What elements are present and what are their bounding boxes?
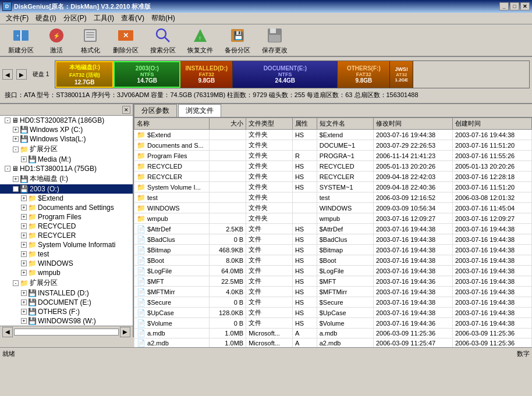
expand-windows[interactable]: +: [21, 261, 27, 266]
tree-item-hd0[interactable]: - 🖥 HD0:ST320082TA (186GB): [0, 116, 133, 125]
tree-item-sysvolinfo[interactable]: + 📁 System Volume Informati: [0, 240, 133, 249]
expand-docs[interactable]: +: [21, 205, 27, 211]
backup-partition-button[interactable]: 💾 备份分区: [221, 25, 254, 56]
table-row[interactable]: 📄 $AttrDef 2.5KB 文件 HS $AttrDef 2003-07-…: [134, 224, 532, 234]
expand-recycled[interactable]: +: [21, 223, 27, 229]
expand-hd1[interactable]: -: [5, 166, 10, 172]
tree-item-recycled[interactable]: + 📁 RECYCLED: [0, 222, 133, 231]
expand-ext1[interactable]: -: [13, 147, 19, 152]
maximize-button[interactable]: □: [510, 2, 519, 10]
tree-item-docs[interactable]: + 📁 Documents and Settings: [0, 203, 133, 212]
tree-item-ext1[interactable]: - 📁 扩展分区: [0, 144, 133, 155]
tree-item-winxp[interactable]: + 💾 Windows XP (C:): [0, 125, 133, 134]
tree-item-windows[interactable]: + 📁 WINDOWS: [0, 259, 133, 268]
table-row[interactable]: 📁 test 文件夹 test 2006-03-09 12:16:52 2006…: [134, 192, 532, 203]
tree-item-hd1[interactable]: - 🖥 HD1:ST380011A (75GB): [0, 164, 133, 173]
table-row[interactable]: 📄 $LogFile 64.0MB 文件 HS $LogFile 2003-07…: [134, 266, 532, 276]
table-row[interactable]: 📄 a.mdb 1.0MB Microsoft... A a.mdb 2006-…: [134, 329, 532, 338]
activate-button[interactable]: ⚡ 激活: [42, 25, 71, 56]
table-row[interactable]: 📁 wmpub 文件夹 wmpub 2003-07-16 12:09:27 20…: [134, 213, 532, 224]
minimize-button[interactable]: _: [499, 2, 509, 10]
tree-item-ext2[interactable]: - 📁 扩展分区: [0, 277, 133, 288]
partition-seg-d[interactable]: INSTALLED(D:) FAT32 9.8GB: [180, 61, 233, 88]
table-row[interactable]: 📄 $Volume 0 B 文件 HS $Volume 2003-07-16 1…: [134, 318, 532, 329]
col-modified[interactable]: 修改时间: [373, 118, 452, 130]
tree-item-test[interactable]: + 📁 test: [0, 249, 133, 259]
expand-progfiles[interactable]: +: [21, 214, 27, 220]
table-row[interactable]: 📁 System Volume I... 文件夹 HS SYSTEM~1 200…: [134, 182, 532, 192]
col-type[interactable]: 文件类型: [246, 118, 293, 130]
partition-seg-jws[interactable]: JWS! AT32 1.2GE: [390, 61, 413, 88]
menu-file[interactable]: 文件(F): [2, 12, 32, 24]
table-row[interactable]: 📄 $Boot 8.0KB 文件 HS $Boot 2003-07-16 19:…: [134, 255, 532, 266]
table-row[interactable]: 📄 $UpCase 128.0KB 文件 HS $UpCase 2003-07-…: [134, 308, 532, 318]
expand-ext2[interactable]: -: [13, 280, 19, 286]
expand-local-i[interactable]: +: [13, 176, 19, 182]
expand-wmpub[interactable]: +: [21, 270, 27, 276]
table-row[interactable]: 📁 Documents and S... 文件夹 DOCUME~1 2003-0…: [134, 140, 532, 151]
expand-document-e[interactable]: +: [21, 299, 27, 305]
expand-o2003[interactable]: -: [13, 186, 19, 192]
tree-item-progfiles[interactable]: + 📁 Program Files: [0, 212, 133, 222]
col-name[interactable]: 名称: [134, 118, 210, 130]
table-row[interactable]: 📄 $Secure 0 B 文件 HS $Secure 2003-07-16 1…: [134, 297, 532, 308]
tab-browse-files[interactable]: 浏览文件: [178, 104, 221, 117]
format-button[interactable]: 格式化: [76, 25, 105, 56]
expand-recycler[interactable]: +: [21, 233, 27, 238]
tree-item-o2003[interactable]: - 💾 2003 (O:): [0, 184, 133, 194]
table-row[interactable]: 📁 $Extend 文件夹 HS $Extend 2003-07-16 19:4…: [134, 130, 532, 140]
table-row[interactable]: 📁 Program Files 文件夹 R PROGRA~1 2006-11-1…: [134, 151, 532, 161]
expand-extend[interactable]: +: [21, 195, 27, 201]
menu-partition[interactable]: 分区(P): [60, 12, 90, 24]
col-size[interactable]: 大小: [210, 118, 246, 130]
partition-seg-e[interactable]: DOCUMENT(E:) NTFS 24.4GB: [233, 61, 338, 88]
tree-item-installed[interactable]: + 💾 INSTALLED (D:): [0, 288, 133, 298]
partition-seg-i[interactable]: 本地磁盘(I:) FAT32 (活动) 12.7GB: [55, 61, 114, 88]
table-row[interactable]: 📁 WINDOWS 文件夹 WINDOWS 2009-03-09 10:56:3…: [134, 203, 532, 213]
expand-hd0[interactable]: -: [5, 117, 10, 123]
col-attr[interactable]: 属性: [292, 118, 317, 130]
menu-disk[interactable]: 硬盘(I): [32, 12, 59, 24]
delete-partition-button[interactable]: ✕ 删除分区: [109, 25, 142, 56]
table-row[interactable]: 📄 $Bitmap 468.9KB 文件 HS $Bitmap 2003-07-…: [134, 245, 532, 255]
tab-partition-params[interactable]: 分区参数: [134, 104, 177, 117]
expand-others-f[interactable]: +: [21, 309, 27, 315]
search-partition-button[interactable]: 搜索分区: [147, 25, 179, 56]
recover-file-button[interactable]: ↑ 恢复文件: [184, 25, 217, 56]
menu-view[interactable]: 查看(V): [118, 12, 148, 24]
left-panel-close[interactable]: ✕: [122, 106, 130, 114]
tree-item-recycler[interactable]: + 📁 RECYCLER: [0, 231, 133, 240]
table-row[interactable]: 📄 a2.mdb 1.0MB Microsoft... A a2.mdb 200…: [134, 338, 532, 348]
col-short-name[interactable]: 短文件名: [317, 118, 373, 130]
partition-seg-f[interactable]: OTHERS(F:) FAT32 9.8GB: [338, 61, 390, 88]
expand-win98[interactable]: +: [21, 318, 27, 324]
expand-installed[interactable]: +: [21, 290, 27, 296]
expand-winvista[interactable]: +: [13, 136, 19, 142]
nav-back-button[interactable]: ◀: [2, 69, 13, 80]
tree-item-win98[interactable]: + 💾 WINDOWS98 (W:): [0, 316, 133, 326]
col-created[interactable]: 创建时间: [452, 118, 531, 130]
tree-item-wmpub[interactable]: + 📁 wmpub: [0, 268, 133, 277]
table-row[interactable]: 📄 $MFT 22.5MB 文件 HS $MFT 2003-07-16 19:4…: [134, 276, 532, 287]
expand-test[interactable]: +: [21, 251, 27, 257]
table-row[interactable]: 📄 $MFTMirr 4.0KB 文件 HS $MFTMirr 2003-07-…: [134, 287, 532, 297]
menu-help[interactable]: 帮助(H): [148, 12, 179, 24]
menu-tools[interactable]: 工具(I): [90, 12, 118, 24]
tree-item-document-e[interactable]: + 💾 DOCUMENT (E:): [0, 298, 133, 307]
expand-winxp[interactable]: +: [13, 127, 19, 133]
table-row[interactable]: 📁 RECYCLER 文件夹 HS RECYCLER 2009-04-18 22…: [134, 172, 532, 182]
expand-media[interactable]: +: [21, 156, 27, 162]
tree-scroll-left[interactable]: ◀: [2, 327, 13, 337]
close-button[interactable]: ✕: [520, 2, 530, 10]
tree-item-local-i[interactable]: + 💾 本地磁盘 (I:): [0, 173, 133, 184]
expand-sysvolinfo[interactable]: +: [21, 242, 27, 248]
table-row[interactable]: 📁 RECYCLED 文件夹 HS RECYCLED 2005-01-13 20…: [134, 161, 532, 172]
save-changes-button[interactable]: 保存更改: [258, 25, 291, 56]
tree-item-extend[interactable]: + 📁 $Extend: [0, 194, 133, 203]
table-row[interactable]: 📄 $BadClus 0 B 文件 HS $BadClus 2003-07-16…: [134, 234, 532, 245]
tree-item-others-f[interactable]: + 💾 OTHERS (F:): [0, 307, 133, 316]
tree-item-media[interactable]: + 💾 Media (M:): [0, 155, 133, 164]
tree-item-winvista[interactable]: + 💾 Windows Vista(L:): [0, 134, 133, 144]
partition-seg-o[interactable]: 2003(O:) NTFS 14.7GB: [114, 61, 180, 88]
new-partition-button[interactable]: + 新建分区: [5, 25, 37, 56]
